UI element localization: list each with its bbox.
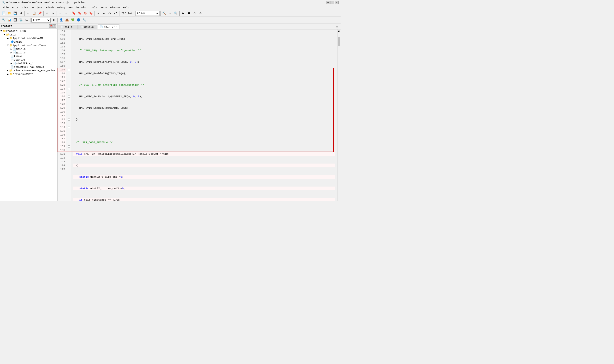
nav-forward-button[interactable]: → [64, 11, 69, 16]
tree-item-mainc[interactable]: ▶ 📄 main.c [0, 47, 57, 51]
menu-view[interactable]: View [20, 6, 29, 9]
editor-scrollbar[interactable]: ▲ ▼ [337, 29, 341, 201]
line-163: /* USART1_IRQn interrupt configuration *… [73, 83, 335, 87]
tab-timc[interactable]: 📄 tim.c [58, 25, 78, 29]
panel-close-button[interactable]: ✕ [53, 25, 56, 28]
fold-171 [67, 76, 71, 79]
tree-item-halmspc[interactable]: 📄 stm32f1xx_hal_msp.c [0, 65, 57, 69]
nav-back-button[interactable]: ← [58, 11, 63, 16]
tree-item-core[interactable]: ▼ 📁 Application/User/Core [0, 44, 57, 47]
scroll-up-arrow[interactable]: ▲ [338, 30, 340, 32]
ln-184: 184 [58, 125, 66, 129]
tree-item-itc[interactable]: ▶ 📄 stm32f1xx_it.c [0, 62, 57, 65]
menu-project[interactable]: Project [30, 6, 44, 9]
line-172: static uint32_t time_cnt3 =0; [73, 187, 335, 190]
indent-button[interactable]: ⇥ [96, 11, 101, 16]
t2-btn3[interactable]: 🔲 [13, 17, 18, 23]
stop-button[interactable]: ⏹ [186, 11, 192, 16]
t2-btn10[interactable]: 🔵 [76, 17, 81, 23]
copy-button[interactable]: 📋 [31, 11, 37, 16]
code-container[interactable]: 159 160 161 162 163 164 165 166 167 168 … [57, 29, 337, 201]
scroll-track[interactable] [337, 32, 341, 201]
build-button[interactable]: 🔨 [162, 11, 167, 16]
menu-edit[interactable]: Edit [11, 6, 20, 9]
tree-item-mdk[interactable]: ▶ 📁 Application/MDK-ARM [0, 36, 57, 40]
maximize-button[interactable]: ❐ [331, 1, 334, 4]
t2-btn7[interactable]: 👤 [58, 17, 64, 23]
tree-item-project[interactable]: ▼ 📁 Project: LED2 [0, 29, 57, 33]
ln-181: 181 [58, 114, 66, 117]
drivers-cmsis-label: Drivers/CMSIS [13, 73, 33, 76]
led2-label: LED2 [9, 33, 15, 36]
wizard-button[interactable]: 🔧 [1, 17, 6, 23]
t2-btn6[interactable]: ⚙ [51, 17, 56, 23]
bookmark-button[interactable]: 🔖 [71, 11, 76, 16]
tab-mainc[interactable]: 📄 main.c* ✕ [98, 25, 119, 29]
menu-svcs[interactable]: SVCS [99, 6, 108, 9]
tab-close-all-button[interactable]: ✕ [334, 24, 340, 29]
paste-button[interactable]: 📌 [37, 11, 42, 16]
settings-button[interactable]: ⚙ [198, 11, 203, 16]
code-content[interactable]: HAL_NVIC_EnableIRQ(TIM2_IRQn); /* TIM3_I… [71, 29, 337, 201]
bookmark3-button[interactable]: 🔖 [83, 11, 88, 16]
save-all-button[interactable]: 🖫 [18, 11, 24, 16]
outdent-button[interactable]: ⇤ [101, 11, 107, 16]
search-button[interactable]: 🔍 [173, 11, 179, 16]
tree-item-gpioc[interactable]: ▶ 📄 gpio.c [0, 51, 57, 54]
menu-debug[interactable]: Debug [56, 6, 67, 9]
tree-item-drivers-cmsis[interactable]: ▶ 📁 Drivers/CMSIS [0, 72, 57, 76]
tree-item-drivers-hal[interactable]: ▶ 📁 Drivers/STM32F1xx_HAL_Driver [0, 69, 57, 72]
fold-168 [67, 64, 71, 68]
cut-button[interactable]: ✂ [26, 11, 31, 16]
menu-window[interactable]: Window [109, 6, 121, 9]
tree-item-cmsis[interactable]: 🔷 CMSIS [0, 40, 57, 44]
t2-btn4[interactable]: 📡 [18, 17, 24, 23]
bookmark4-button[interactable]: 🔖 [88, 11, 94, 16]
ln-166: 166 [58, 56, 66, 60]
fold-183 [67, 121, 71, 125]
undo-button[interactable]: ↩ [45, 11, 50, 16]
fold-182[interactable]: - [67, 117, 71, 121]
reset-button[interactable]: ⟳ [192, 11, 197, 16]
save-button[interactable]: 💾 [13, 11, 18, 16]
minimize-button[interactable]: — [326, 1, 330, 4]
run-button[interactable]: ▶ [181, 11, 186, 16]
mainc-tab-close[interactable]: ✕ [116, 26, 117, 28]
fold-176[interactable]: - [67, 95, 71, 98]
target-dropdown[interactable]: LED2 [31, 18, 51, 23]
t2-btn8[interactable]: 📥 [64, 17, 70, 23]
comment-button[interactable]: // [107, 11, 112, 16]
scroll-thumb[interactable] [338, 37, 340, 46]
t2-btn11[interactable]: 🔧 [82, 17, 87, 23]
download-button[interactable]: ⬇ [167, 11, 173, 16]
new-file-button[interactable]: 📄 [1, 11, 6, 16]
menu-tools[interactable]: Tools [88, 6, 98, 9]
t2-btn2[interactable]: 📊 [7, 17, 12, 23]
tree-item-timc[interactable]: 📄 tim.c [0, 54, 57, 58]
main-layout: Project 📌 ✕ ▼ 📁 Project: LED2 ▼ 📁 LED2 [0, 24, 341, 201]
menu-flash[interactable]: Flash [44, 6, 55, 9]
panel-pin-button[interactable]: 📌 [49, 25, 53, 28]
fold-187 [67, 137, 71, 141]
tab-gpioc[interactable]: 📄 gpio.c [78, 25, 97, 29]
iic-init-dropdown[interactable]: IIC Init [136, 11, 159, 16]
fold-192 [67, 156, 71, 160]
open-button[interactable]: 📂 [7, 11, 12, 16]
tree-item-led2[interactable]: ▼ 📁 LED2 [0, 33, 57, 36]
menu-peripherals[interactable]: Peripherals [67, 6, 87, 9]
project-label: Project: LED2 [6, 30, 27, 33]
uncomment-button[interactable]: /* [113, 11, 118, 16]
close-button[interactable]: ✕ [335, 1, 339, 4]
tree-item-usartc[interactable]: 📄 usart.c [0, 58, 57, 62]
fold-174[interactable]: - [67, 87, 71, 91]
fold-184[interactable]: - [67, 125, 71, 129]
t2-btn5[interactable]: 🏷 [24, 17, 29, 23]
ln-174: 174 [58, 87, 66, 91]
menu-file[interactable]: File [1, 6, 10, 9]
bookmark2-button[interactable]: 🔖 [77, 11, 82, 16]
menu-help[interactable]: Help [122, 6, 131, 9]
t2-btn9[interactable]: 💚 [70, 17, 75, 23]
redo-button[interactable]: ↪ [50, 11, 56, 16]
fold-169[interactable]: - [67, 68, 71, 72]
fold-189[interactable]: - [67, 144, 71, 148]
